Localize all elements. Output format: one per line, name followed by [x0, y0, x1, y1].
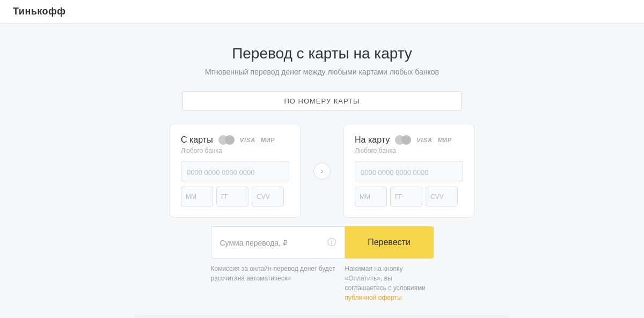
commission-text: Комиссия за онлайн-перевод денег будет р… — [211, 264, 345, 302]
offer-link[interactable]: публичной оферты — [345, 294, 402, 301]
to-card-mm-input[interactable] — [355, 187, 387, 206]
mir-logo-from: МИР — [261, 137, 275, 143]
tab-by-card-number[interactable]: ПО НОМЕРУ КАРТЫ — [182, 91, 462, 111]
cards-row: С карты VISA МИР Любого банка › На карту — [91, 124, 553, 218]
to-card-cvv-input[interactable] — [426, 187, 458, 206]
to-card-number-input[interactable] — [355, 161, 463, 181]
help-icon[interactable]: ⓘ — [327, 237, 336, 248]
to-card-expiry-row — [355, 187, 463, 206]
tab-bar: ПО НОМЕРУ КАРТЫ — [91, 91, 553, 111]
to-card-yy-input[interactable] — [390, 187, 422, 206]
to-card-bank-label: Любого банка — [355, 147, 463, 154]
site-header: Тинькофф — [0, 0, 644, 24]
page-subtitle: Мгновенный перевод денег между любыми ка… — [91, 68, 553, 76]
to-card-section: На карту VISA МИР Любого банка — [343, 124, 474, 218]
amount-input[interactable] — [220, 238, 323, 247]
visa-logo-to: VISA — [416, 137, 433, 143]
mir-logo-to: МИР — [438, 137, 452, 143]
transfer-button[interactable]: Перевести — [345, 226, 434, 258]
from-card-header: С карты VISA МИР — [181, 135, 289, 145]
from-card-section: С карты VISA МИР Любого банка — [170, 124, 301, 218]
offer-text: Нажимая на кнопку «Оплатить», вы соглаша… — [345, 264, 434, 302]
to-card-header: На карту VISA МИР — [355, 135, 463, 145]
bottom-row: ⓘ Перевести — [91, 226, 553, 258]
mastercard-logo-to — [395, 135, 411, 145]
site-logo: Тинькофф — [13, 6, 66, 17]
amount-section: ⓘ — [211, 226, 345, 258]
main-content: Перевод с карты на карту Мгновенный пере… — [80, 24, 564, 318]
from-card-bank-label: Любого банка — [181, 147, 289, 154]
mastercard-logo-from — [218, 135, 235, 145]
from-card-number-input[interactable] — [181, 161, 289, 181]
arrow-connector: › — [313, 162, 331, 180]
from-card-cvv-input[interactable] — [252, 187, 284, 206]
info-row: Комиссия за онлайн-перевод денег будет р… — [91, 264, 553, 302]
to-card-title: На карту — [355, 135, 390, 145]
page-title: Перевод с карты на карту — [91, 45, 553, 62]
offer-text-before: Нажимая на кнопку «Оплатить», вы соглаша… — [345, 265, 426, 292]
mc-right-circle — [225, 135, 235, 145]
from-card-title: С карты — [181, 135, 213, 145]
from-card-yy-input[interactable] — [216, 187, 248, 206]
disclaimer-box: Максимальная сумма перевода — 500 000 ₽.… — [134, 315, 510, 318]
from-card-expiry-row — [181, 187, 289, 206]
from-card-mm-input[interactable] — [181, 187, 213, 206]
mc-right-circle-to — [401, 135, 411, 145]
visa-logo-from: VISA — [240, 137, 256, 143]
